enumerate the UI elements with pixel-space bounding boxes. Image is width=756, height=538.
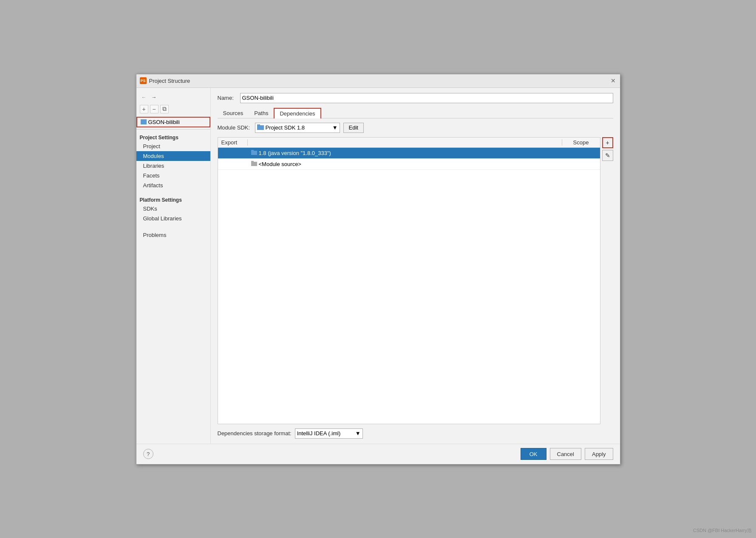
edit-icon: ✎ [605,152,610,159]
name-row: Name: [218,93,613,103]
sdk-row: Module SDK: Project SDK 1.8 ▼ Edit [218,123,613,133]
tab-paths[interactable]: Paths [249,108,274,118]
storage-row: Dependencies storage format: IntelliJ ID… [218,428,613,439]
dep-row-jdk[interactable]: 1.8 (java version "1.8.0_333") [218,148,600,159]
sidebar-item-sdks[interactable]: SDKs [136,204,210,214]
col-scope-header: Scope [562,139,600,146]
remove-module-button[interactable]: − [150,105,159,113]
project-structure-dialog: PS Project Structure ✕ ← → + − ⧉ GSON-bi… [136,74,620,465]
add-module-button[interactable]: + [140,105,148,113]
dialog-footer: ? OK Cancel Apply [136,444,620,464]
module-name: GSON-bilibili [148,119,180,125]
name-input[interactable] [240,93,613,103]
platform-settings-section: Platform Settings SDKs Global Libraries [136,194,210,223]
sdk-select[interactable]: Project SDK 1.8 ▼ [255,123,340,133]
tab-dependencies[interactable]: Dependencies [274,108,321,118]
copy-module-button[interactable]: ⧉ [160,105,169,113]
dep-row-name-1: 1.8 (java version "1.8.0_333") [248,150,562,156]
module-item-gson[interactable]: GSON-bilibili [136,117,210,127]
back-button[interactable]: ← [140,93,148,101]
storage-value: IntelliJ IDEA (.iml) [297,430,341,437]
help-button[interactable]: ? [143,449,153,459]
sidebar: ← → + − ⧉ GSON-bilibili Project Settings… [136,88,211,444]
ok-button[interactable]: OK [521,448,546,460]
sidebar-toolbar: + − ⧉ [136,103,210,115]
storage-label: Dependencies storage format: [218,430,292,437]
dep-folder-icon-2 [251,161,257,167]
project-settings-label: Project Settings [136,131,210,141]
tab-sources[interactable]: Sources [218,108,249,118]
dep-table-header: Export Scope [218,138,600,148]
sidebar-item-artifacts[interactable]: Artifacts [136,180,210,190]
cancel-button[interactable]: Cancel [550,448,581,460]
storage-select[interactable]: IntelliJ IDEA (.iml) ▼ [295,428,363,439]
svg-rect-1 [141,119,143,121]
col-export-header: Export [218,139,248,146]
sidebar-item-libraries[interactable]: Libraries [136,161,210,171]
svg-rect-5 [251,150,254,152]
platform-settings-label: Platform Settings [136,194,210,204]
sdk-label: Module SDK: [218,124,252,131]
dialog-title: Project Structure [149,78,190,84]
problems-section: Problems [136,230,210,240]
sidebar-item-project[interactable]: Project [136,141,210,151]
dep-row-module-source[interactable]: <Module source> [218,159,600,170]
tabs-row: Sources Paths Dependencies [218,107,613,118]
title-bar: PS Project Structure ✕ [136,74,620,88]
storage-dropdown-arrow: ▼ [355,430,361,437]
add-dep-button[interactable]: + [602,137,613,148]
sidebar-item-problems[interactable]: Problems [136,230,210,240]
close-button[interactable]: ✕ [610,77,617,84]
dialog-body: ← → + − ⧉ GSON-bilibili Project Settings… [136,88,620,444]
footer-buttons: OK Cancel Apply [521,448,613,460]
nav-back-forward: ← → [136,91,210,103]
svg-rect-3 [257,124,260,126]
side-buttons-container: + 1 ⚿ JARs or directories... 2 [602,137,613,424]
edit-dep-button[interactable]: ✎ [602,150,613,161]
sidebar-item-global-libraries[interactable]: Global Libraries [136,214,210,223]
sdk-value: Project SDK 1.8 [266,124,305,131]
dep-table-wrapper: Export Scope 1.8 (java version "1.8.0_33… [218,137,613,424]
dep-table: Export Scope 1.8 (java version "1.8.0_33… [218,137,600,424]
edit-sdk-button[interactable]: Edit [343,123,364,133]
sidebar-item-facets[interactable]: Facets [136,171,210,180]
name-label: Name: [218,95,237,101]
dep-row-name-2: <Module source> [248,161,562,167]
title-bar-left: PS Project Structure [140,77,190,84]
sdk-dropdown-arrow: ▼ [332,124,338,131]
dep-folder-icon-1 [251,150,257,156]
separator-1 [136,129,210,130]
main-content: Name: Sources Paths Dependencies Module … [211,88,620,444]
svg-rect-7 [251,161,254,163]
watermark: CSDN @FBI HackerHarry浩 [693,527,752,534]
apply-button[interactable]: Apply [585,448,613,460]
add-icon: + [606,139,609,146]
forward-button[interactable]: → [150,93,159,101]
module-folder-icon [141,119,147,124]
app-icon: PS [140,77,147,84]
sidebar-item-modules[interactable]: Modules [136,151,210,161]
sdk-folder-icon [257,124,264,131]
